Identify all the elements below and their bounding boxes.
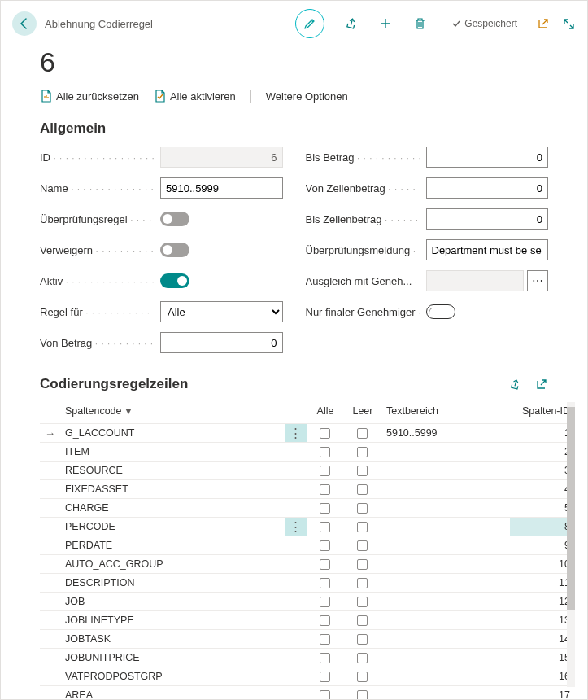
back-button[interactable] [12,11,37,36]
final-approver-toggle[interactable] [426,304,455,319]
table-row[interactable]: JOB12 [40,593,575,611]
col-all-header[interactable]: Alle [307,400,344,424]
cell-col-id[interactable]: 9 [510,536,575,555]
empty-checkbox[interactable] [357,690,368,700]
all-checkbox[interactable] [320,634,330,645]
cell-col-id[interactable]: 14 [510,630,575,649]
empty-checkbox[interactable] [357,428,368,439]
empty-checkbox[interactable] [357,447,368,457]
cell-code[interactable]: JOBTASK [60,630,285,649]
col-id-header[interactable]: Spalten-ID [510,400,575,424]
all-checkbox[interactable] [320,653,330,663]
cell-code[interactable]: JOBLINETYPE [60,611,285,630]
cell-code[interactable]: RESOURCE [60,462,285,480]
cell-textrange[interactable] [381,649,510,667]
edit-button[interactable] [295,9,324,38]
empty-checkbox[interactable] [357,672,368,682]
cell-textrange[interactable] [381,630,510,649]
cell-col-id[interactable]: 4 [510,480,575,499]
empty-checkbox[interactable] [357,559,368,570]
table-row[interactable]: RESOURCE3 [40,462,575,480]
activate-all-action[interactable]: Alle aktivieren [154,90,236,103]
row-menu-icon[interactable]: ⋮ [290,426,302,440]
cell-col-id[interactable]: 1 [510,424,575,443]
from-line-field[interactable] [426,177,549,199]
table-row[interactable]: VATPRODPOSTGRP16 [40,667,575,686]
cell-col-id[interactable]: 8 [510,518,575,536]
cell-code[interactable]: G_LACCOUNT [60,424,285,443]
lines-expand-button[interactable] [534,377,548,392]
empty-checkbox[interactable] [357,540,368,551]
share-button[interactable] [344,16,359,31]
delete-button[interactable] [412,16,427,31]
cell-code[interactable]: JOB [60,593,285,611]
all-checkbox[interactable] [320,690,330,700]
empty-checkbox[interactable] [357,597,368,607]
lines-share-button[interactable] [507,377,522,392]
to-line-field[interactable] [426,208,549,230]
cell-textrange[interactable] [381,518,510,536]
cell-col-id[interactable]: 3 [510,462,575,480]
table-row[interactable]: ITEM2 [40,443,575,462]
cell-col-id[interactable]: 11 [510,574,575,593]
cell-textrange[interactable] [381,667,510,686]
table-row[interactable]: CHARGE5 [40,499,575,518]
from-amount-field[interactable] [160,332,283,353]
table-row[interactable]: JOBTASK14 [40,630,575,649]
cell-textrange[interactable] [381,686,510,701]
cell-code[interactable]: AUTO_ACC_GROUP [60,555,285,574]
check-rule-toggle[interactable] [160,212,189,226]
cell-code[interactable]: ITEM [60,443,285,462]
vertical-scrollbar[interactable] [567,402,575,687]
all-checkbox[interactable] [320,428,330,439]
name-field[interactable] [160,177,283,199]
cell-code[interactable]: FIXEDASSET [60,480,285,499]
all-checkbox[interactable] [320,597,330,607]
col-empty-header[interactable]: Leer [344,400,381,424]
table-row[interactable]: AUTO_ACC_GROUP10 [40,555,575,574]
cell-col-id[interactable]: 10 [510,555,575,574]
new-button[interactable] [378,16,393,31]
cell-textrange[interactable] [381,574,510,593]
check-msg-field[interactable] [426,239,549,260]
cell-textrange[interactable] [381,555,510,574]
cell-textrange[interactable] [381,536,510,555]
empty-checkbox[interactable] [357,484,368,495]
active-toggle[interactable] [160,273,189,288]
cell-code[interactable]: PERCODE [60,518,285,536]
cell-code[interactable]: JOBUNITPRICE [60,649,285,667]
col-textrange-header[interactable]: Textbereich [381,400,510,424]
table-row[interactable]: AREA17 [40,686,575,701]
all-checkbox[interactable] [320,540,330,551]
more-options-action[interactable]: Weitere Optionen [266,90,348,103]
all-checkbox[interactable] [320,503,330,514]
cell-textrange[interactable] [381,462,510,480]
popout-button[interactable] [535,16,550,31]
cell-textrange[interactable] [381,499,510,518]
deny-toggle[interactable] [160,243,189,257]
table-row[interactable]: DESCRIPTION11 [40,574,575,593]
empty-checkbox[interactable] [357,578,368,588]
cell-textrange[interactable] [381,593,510,611]
empty-checkbox[interactable] [357,522,368,532]
all-checkbox[interactable] [320,484,330,495]
scrollbar-thumb[interactable] [567,407,575,610]
empty-checkbox[interactable] [357,503,368,514]
cell-code[interactable]: DESCRIPTION [60,574,285,593]
all-checkbox[interactable] [320,578,330,588]
reset-all-action[interactable]: Alle zurücksetzen [40,90,139,103]
expand-button[interactable] [561,16,576,31]
table-row[interactable]: PERDATE9 [40,536,575,555]
balance-assist-button[interactable]: ⋯ [527,270,548,291]
cell-code[interactable]: VATPRODPOSTGRP [60,667,285,686]
empty-checkbox[interactable] [357,615,368,626]
cell-textrange[interactable] [381,611,510,630]
cell-textrange[interactable] [381,443,510,462]
to-amount-field[interactable] [426,147,549,168]
col-code-header[interactable]: Spaltencode▼ [60,400,285,424]
cell-col-id[interactable]: 5 [510,499,575,518]
row-menu-icon[interactable]: ⋮ [290,519,302,533]
all-checkbox[interactable] [320,466,330,476]
cell-col-id[interactable]: 13 [510,611,575,630]
rule-for-select[interactable]: Alle [160,301,283,322]
